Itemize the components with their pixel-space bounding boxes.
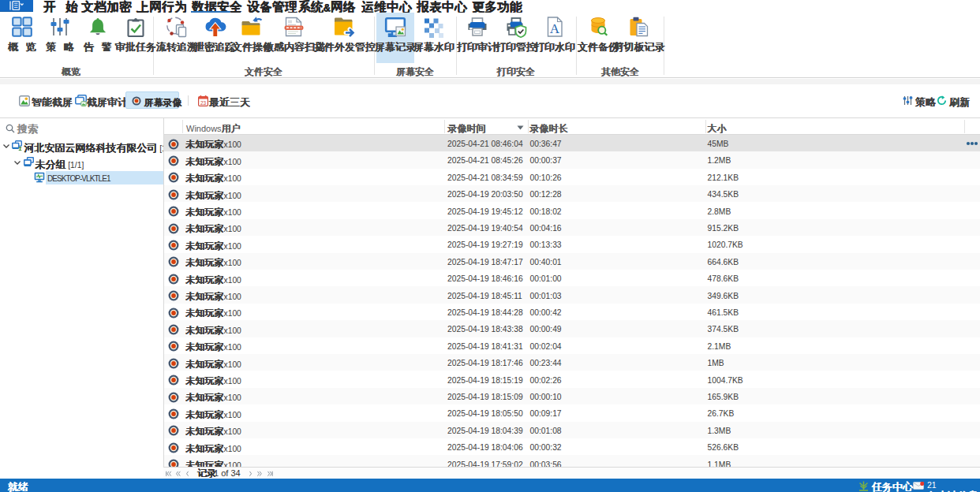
svg-text:A: A	[550, 21, 560, 36]
svg-text:23: 23	[200, 99, 206, 105]
